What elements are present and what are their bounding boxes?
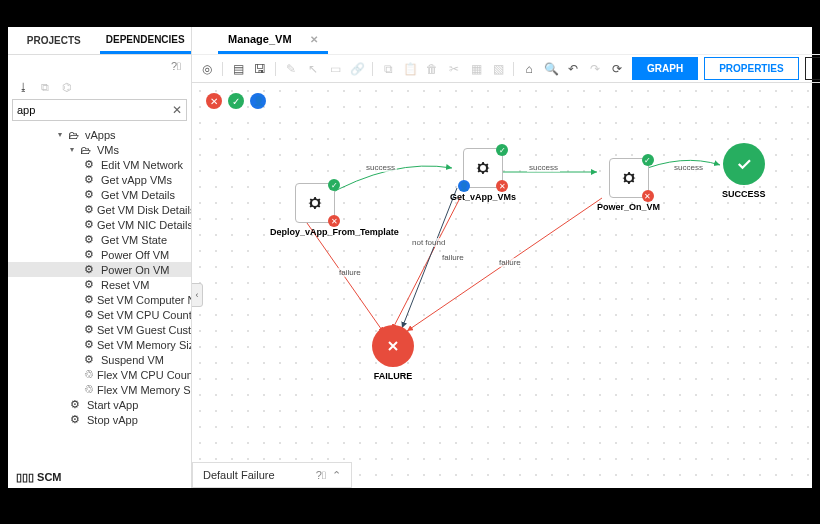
scm-indicator[interactable]: ▯▯▯ SCM [16,471,62,484]
file-tab[interactable]: Manage_VM✕ [218,27,328,54]
success-port-icon[interactable]: ✓ [328,179,340,191]
chevron-up-icon[interactable]: ⌃ [332,469,341,482]
tree-folder-vms[interactable]: ▾🗁VMs [8,142,191,157]
gear-icon [306,194,324,212]
tree-item[interactable]: ♲Flex VM CPU Count [8,367,191,382]
group-icon[interactable]: ▦ [469,62,483,76]
node-poweron[interactable]: ✓ ✕ Power_On_VM [597,158,660,212]
tree-item-selected[interactable]: ⚙Power On VM [8,262,191,277]
help-icon[interactable]: ?⃝ [169,59,183,73]
undo-icon[interactable]: ↶ [566,62,580,76]
edge-label: success [364,163,397,172]
node-label: Power_On_VM [597,202,660,212]
node-label: Deploy_vApp_From_Template [270,227,360,237]
failure-port-icon[interactable]: ✕ [496,180,508,192]
help-icon[interactable]: ?⃝ [316,469,326,481]
tree-item[interactable]: ⚙Set VM Memory Size [8,337,191,352]
tree-item[interactable]: ⚙Get VM State [8,232,191,247]
failure-port-icon[interactable]: ✕ [642,190,654,202]
ungroup-icon[interactable]: ▧ [491,62,505,76]
edge-label: not found [410,238,447,247]
node-success[interactable]: SUCCESS [722,143,766,199]
tree-item[interactable]: ⚙Get vApp VMs [8,172,191,187]
redo-icon[interactable]: ↷ [588,62,602,76]
view-graph[interactable]: GRAPH [632,57,698,80]
clear-search-icon[interactable]: ✕ [172,103,182,117]
graph-canvas[interactable]: ‹ ✕ ✓ 👤 [192,83,820,488]
zoom-icon[interactable]: 🔍 [544,62,558,76]
trash-icon[interactable]: 🗑 [425,62,439,76]
failure-port-icon[interactable]: ✕ [328,215,340,227]
close-tab-icon[interactable]: ✕ [310,34,318,45]
node-label: Get_vApp_VMs [450,192,516,202]
link-icon[interactable]: 🔗 [350,62,364,76]
node-getvms[interactable]: ✓ ✕ 👤 Get_vApp_VMs [450,148,516,202]
note-icon[interactable]: ▭ [328,62,342,76]
tree-item[interactable]: ⚙Start vApp [8,397,191,412]
edge-label: failure [440,253,466,262]
cursor-icon[interactable]: ↖ [306,62,320,76]
user-icon[interactable]: 👤 [250,93,266,109]
download-icon[interactable]: ⭳ [16,80,30,94]
node-failure[interactable]: FAILURE [372,325,414,381]
left-panel: PROJECTS DEPENDENCIES ?⃝ ⭳ ⧉ ⌬ ✕ ▾🗁vApps… [8,27,192,488]
edge-label: failure [337,268,363,277]
node-deploy[interactable]: ⚑ ✓ ✕ Deploy_vApp_From_Template [270,183,360,237]
tree-item[interactable]: ♲Flex VM Memory Size [8,382,191,397]
edit-icon[interactable]: ✎ [284,62,298,76]
save-icon[interactable]: 🖫 [253,62,267,76]
gear-icon [620,169,638,187]
tree-folder-vapps[interactable]: ▾🗁vApps [8,127,191,142]
hierarchy-icon[interactable]: ⌬ [60,80,74,94]
tree-item[interactable]: ⚙Get VM Disk Details [8,202,191,217]
tree-item[interactable]: ⚙Get VM NIC Details [8,217,191,232]
success-port-icon[interactable]: ✓ [496,144,508,156]
validate-icon[interactable]: ✓ [228,93,244,109]
cancel-all-icon[interactable]: ✕ [206,93,222,109]
tab-projects[interactable]: PROJECTS [8,27,100,54]
gear-icon [474,159,492,177]
search-input[interactable] [17,104,172,116]
copy-icon[interactable]: ⧉ [381,62,395,76]
edge-label: failure [497,258,523,267]
copy-icon[interactable]: ⧉ [38,80,52,94]
editor-panel: Manage_VM✕ ◎ ▤ 🖫 ✎ ↖ ▭ 🔗 ⧉ 📋 🗑 [192,27,820,488]
bottom-panel[interactable]: Default Failure ?⃝⌃ [192,462,352,488]
tree-item[interactable]: ⚙Set VM CPU Count [8,307,191,322]
check-icon [735,155,753,173]
tree-item[interactable]: ⚙Power Off VM [8,247,191,262]
user-port-icon[interactable]: 👤 [458,180,470,192]
tree-item[interactable]: ⚙Suspend VM [8,352,191,367]
paste-icon[interactable]: 📋 [403,62,417,76]
tree-item[interactable]: ⚙Edit VM Network [8,157,191,172]
tree-item[interactable]: ⚙Get VM Details [8,187,191,202]
tree-item[interactable]: ⚙Stop vApp [8,412,191,427]
success-port-icon[interactable]: ✓ [642,154,654,166]
layout-icon[interactable]: ⌂ [522,62,536,76]
tree-item[interactable]: ⚙Reset VM [8,277,191,292]
view-properties[interactable]: PROPERTIES [704,57,798,80]
edge-label: success [527,163,560,172]
node-label: FAILURE [374,371,413,381]
search-box: ✕ [12,99,187,121]
x-icon [385,338,401,354]
tab-dependencies[interactable]: DEPENDENCIES [100,27,192,54]
page-icon[interactable]: ▤ [231,62,245,76]
tree-item[interactable]: ⚙Set VM Guest Customizat [8,322,191,337]
refresh-icon[interactable]: ⟳ [610,62,624,76]
tree-item[interactable]: ⚙Set VM Computer Name [8,292,191,307]
dependency-tree: ▾🗁vApps ▾🗁VMs ⚙Edit VM Network ⚙Get vApp… [8,123,191,488]
edge-label: success [672,163,705,172]
node-label: SUCCESS [722,189,766,199]
cut-icon[interactable]: ✂ [447,62,461,76]
collapse-sidebar-handle[interactable]: ‹ [192,283,203,307]
toolbar: ◎ ▤ 🖫 ✎ ↖ ▭ 🔗 ⧉ 📋 🗑 ✂ ▦ ▧ [192,55,820,83]
view-debug[interactable]: DEBUG [805,57,820,80]
sidebar-tabs: PROJECTS DEPENDENCIES [8,27,191,55]
target-icon[interactable]: ◎ [200,62,214,76]
